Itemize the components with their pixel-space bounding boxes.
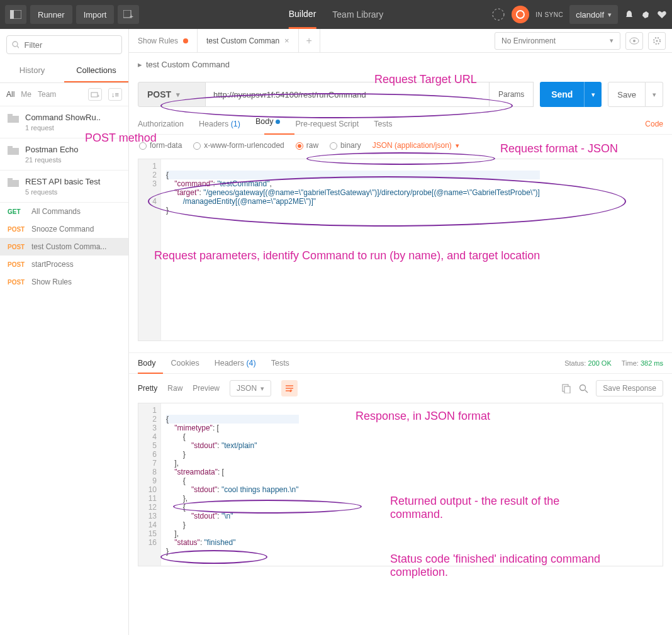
send-dropdown[interactable]: ▾ [584, 82, 602, 107]
url-input[interactable] [206, 82, 490, 107]
response-format-select[interactable]: JSON▾ [230, 380, 271, 396]
settings-icon[interactable] [641, 9, 651, 20]
app-mode-tabs: Builder Team Library [289, 0, 384, 29]
close-icon[interactable]: × [284, 36, 289, 45]
subtab-auth[interactable]: Authorization [138, 120, 184, 128]
send-button[interactable]: Send [540, 82, 584, 107]
main-area: Show Rules test Custom Comman× + No Envi… [129, 29, 672, 635]
dirty-indicator-icon [183, 38, 188, 43]
subtab-body[interactable]: Body [255, 117, 281, 131]
response-toolbar: Pretty Raw Preview JSON▾ Save Response [129, 374, 672, 403]
resptab-tests[interactable]: Tests [271, 359, 289, 368]
resptab-headers[interactable]: Headers (4) [215, 359, 256, 368]
resptab-body[interactable]: Body [138, 359, 156, 368]
sidebar: History Collections All Me Team + ↓≡ Com… [0, 29, 129, 635]
environment-select[interactable]: No Environment▾ [495, 32, 620, 50]
content-type-select[interactable]: JSON (application/json)▾ [372, 141, 459, 150]
add-tab-button[interactable]: + [299, 29, 320, 53]
status-label: Status: 200 OK [564, 359, 612, 367]
method-label: POST [147, 89, 171, 99]
resptab-label: Headers [215, 359, 244, 368]
save-button[interactable]: Save [608, 82, 646, 107]
sync-status-icon[interactable] [512, 6, 529, 23]
http-method-select[interactable]: POST▾ [138, 82, 206, 107]
eye-icon [629, 37, 639, 45]
method-badge: POST [8, 261, 26, 268]
sync-icon [515, 9, 525, 20]
subtab-tests[interactable]: Tests [374, 120, 392, 128]
resptab-cookies[interactable]: Cookies [171, 359, 199, 368]
filter-team[interactable]: Team [38, 90, 56, 99]
collection-item[interactable]: REST API basic Test5 requests [0, 171, 128, 203]
filter-me[interactable]: Me [21, 90, 31, 99]
view-preview[interactable]: Preview [193, 384, 220, 393]
tab-history[interactable]: History [0, 59, 64, 82]
collection-subtitle: 5 requests [25, 188, 100, 196]
view-raw[interactable]: Raw [167, 384, 182, 393]
response-tabs: Body Cookies Headers (4) Tests Status: 2… [129, 352, 672, 374]
request-item[interactable]: POSTSnooze Command [0, 220, 128, 238]
body-editor[interactable]: 1 2 3 4 { "command": "testCommand", "tar… [138, 159, 663, 341]
svg-rect-11 [8, 114, 13, 116]
new-tab-button[interactable]: + [118, 5, 139, 24]
svg-point-24 [580, 385, 586, 390]
bodytype-raw[interactable]: raw [296, 141, 318, 150]
svg-rect-10 [8, 116, 19, 123]
search-response-button[interactable] [579, 384, 588, 393]
request-item[interactable]: POSTtest Custom Comma... [0, 238, 128, 256]
import-button[interactable]: Import [76, 5, 115, 24]
request-item[interactable]: GETAll Commands [0, 203, 128, 220]
collection-title: Postman Echo [25, 145, 79, 154]
sort-button[interactable]: ↓≡ [108, 88, 122, 101]
tab-collections[interactable]: Collections [64, 59, 128, 82]
search-icon [12, 41, 19, 49]
wrap-icon [285, 385, 294, 392]
params-button[interactable]: Params [490, 82, 534, 107]
panel-icon [10, 10, 21, 19]
sync-aux-icon[interactable] [491, 8, 505, 21]
copy-icon [562, 384, 571, 393]
bodytype-form[interactable]: form-data [139, 141, 182, 150]
tab-test-custom[interactable]: test Custom Comman× [198, 29, 299, 53]
save-dropdown[interactable]: ▾ [646, 82, 663, 107]
tab-show-rules[interactable]: Show Rules [129, 29, 198, 53]
folder-icon [8, 178, 19, 187]
env-settings-button[interactable] [648, 32, 666, 50]
bodytype-urlenc[interactable]: x-www-form-urlencoded [193, 141, 284, 150]
collection-item[interactable]: Postman Echo21 requests [0, 138, 128, 171]
editor-content[interactable]: { "mimetype": [ { "stdout": "text/plain"… [161, 403, 304, 566]
request-item[interactable]: POSTstartProcess [0, 256, 128, 273]
svg-text:+: + [97, 93, 99, 98]
save-response-button[interactable]: Save Response [596, 380, 663, 396]
filter-all[interactable]: All [6, 90, 14, 99]
subtab-headers[interactable]: Headers (1) [199, 120, 240, 128]
builder-tab[interactable]: Builder [289, 0, 316, 29]
notifications-icon[interactable] [624, 9, 634, 20]
env-preview-button[interactable] [625, 32, 643, 50]
subtab-label: Headers [199, 120, 228, 128]
user-menu-button[interactable]: clandolf ▾ [569, 5, 618, 24]
collection-subtitle: 1 request [25, 124, 101, 132]
request-name: startProcess [31, 260, 74, 269]
heart-icon[interactable] [657, 9, 667, 20]
collection-item[interactable]: Command ShowRu..1 request [0, 106, 128, 138]
filter-search[interactable] [6, 35, 122, 54]
editor-content[interactable]: { "command": "testCommand", "target": "/… [161, 159, 545, 340]
filter-input[interactable] [24, 40, 116, 50]
copy-response-button[interactable] [562, 384, 571, 393]
bodytype-binary[interactable]: binary [330, 141, 361, 150]
caret-right-icon[interactable]: ▸ [138, 60, 142, 69]
request-name: Show Rules [31, 278, 72, 286]
runner-button[interactable]: Runner [30, 5, 72, 24]
team-library-tab[interactable]: Team Library [332, 0, 383, 29]
sidebar-toggle-button[interactable] [5, 5, 26, 24]
request-item[interactable]: POSTShow Rules [0, 273, 128, 291]
wrap-lines-button[interactable] [281, 380, 298, 396]
request-title: test Custom Command [146, 60, 230, 69]
view-pretty[interactable]: Pretty [138, 384, 157, 393]
svg-rect-15 [8, 178, 13, 181]
generate-code-link[interactable]: Code [645, 120, 663, 128]
response-editor[interactable]: 12345678910111213141516 { "mimetype": [ … [138, 403, 663, 566]
subtab-prerequest[interactable]: Pre-request Script [295, 120, 359, 128]
new-collection-button[interactable]: + [88, 88, 102, 101]
